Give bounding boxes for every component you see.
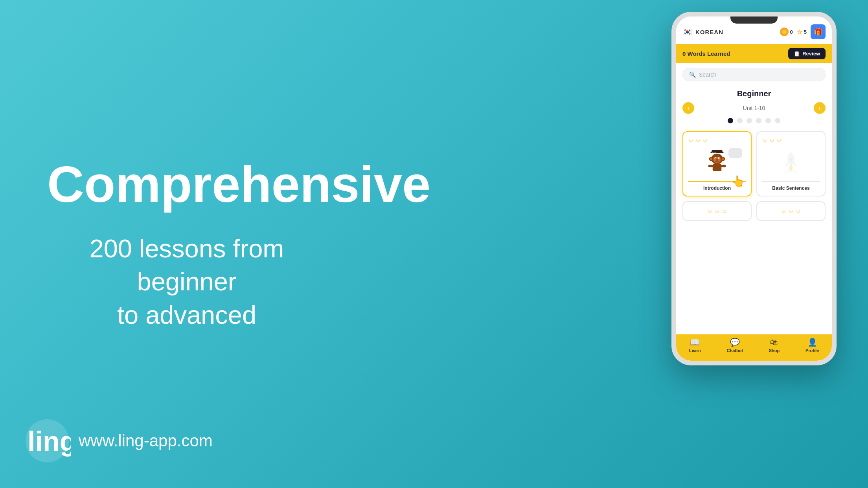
phone-notch <box>730 17 778 24</box>
bs4: ☺ <box>781 208 787 214</box>
profile-label: Profile <box>805 348 819 353</box>
words-learned-text: 0 Words Learned <box>682 50 730 57</box>
progress-dot-5[interactable] <box>765 118 771 123</box>
subtitle-line3: to advanced <box>117 301 256 329</box>
phone-frame: 🇰🇷 KOREAN 🪙 0 ☆ 5 🎁 <box>671 12 837 365</box>
review-icon: 📋 <box>794 51 800 57</box>
subtitle-line2: beginner <box>137 267 237 296</box>
star1: ☺ <box>688 137 693 143</box>
subtitle: 200 lessons from beginner to advanced <box>47 232 326 332</box>
phone-wrapper: 🇰🇷 KOREAN 🪙 0 ☆ 5 🎁 <box>671 12 844 475</box>
card-illustration-2 <box>762 146 820 178</box>
svg-point-18 <box>722 158 724 160</box>
lesson-card-basic-sentences[interactable]: ☺ ☺ ☺ <box>756 131 826 196</box>
nav-item-shop[interactable]: 🛍 Shop <box>769 338 780 353</box>
gift-button[interactable]: 🎁 <box>811 24 826 39</box>
svg-point-21 <box>789 158 793 161</box>
star3-2: ☺ <box>776 137 782 143</box>
left-content: Comprehensive 200 lessons from beginner … <box>0 0 373 488</box>
ling-logo-svg: ling <box>24 417 71 464</box>
bs5: ☺ <box>788 208 794 214</box>
lesson-card-bottom-2[interactable]: ☺ ☺ ☺ <box>756 201 826 221</box>
cursor-hand-icon: 👆 <box>731 175 745 188</box>
coin-count: 0 <box>790 29 793 35</box>
prev-unit-button[interactable]: ‹ <box>682 102 694 114</box>
logo-section: ling www.ling-app.com <box>24 417 213 464</box>
svg-marker-23 <box>793 162 797 166</box>
bs6: ☺ <box>795 208 801 214</box>
learn-label: Learn <box>689 348 701 353</box>
star-icon: ☆ <box>797 28 802 36</box>
search-placeholder: Search <box>699 72 716 78</box>
progress-dot-6[interactable] <box>775 118 780 123</box>
svg-text:ling: ling <box>28 426 71 457</box>
lesson-cards-grid: ☺ ☺ ☺ LING <box>676 131 832 196</box>
lesson-card-introduction[interactable]: ☺ ☺ ☺ LING <box>682 131 752 196</box>
bs1: ☺ <box>707 208 713 214</box>
svg-point-16 <box>710 158 712 160</box>
level-title: Beginner <box>682 89 826 98</box>
card-progress-bar-2 <box>762 181 820 182</box>
shop-icon: 🛍 <box>770 338 778 347</box>
coin-badge: 🪙 0 <box>780 28 793 36</box>
progress-dot-3[interactable] <box>747 118 752 123</box>
search-container: 🔍 Search <box>676 63 832 86</box>
star1-2: ☺ <box>762 137 767 143</box>
bottom-cards-row: ☺ ☺ ☺ ☺ ☺ ☺ <box>676 201 832 221</box>
bottom-nav: 📖 Learn 💬 Chatbot 🛍 Shop 👤 Profile <box>676 334 832 361</box>
svg-point-11 <box>716 159 718 161</box>
app-content: 🇰🇷 KOREAN 🪙 0 ☆ 5 🎁 <box>676 17 832 361</box>
progress-dot-1[interactable] <box>728 118 733 123</box>
search-icon: 🔍 <box>689 72 696 78</box>
speech-bubble: ··· <box>728 148 742 158</box>
card-illustration-1: LING <box>688 146 746 178</box>
svg-rect-14 <box>721 165 726 167</box>
bs3: ☺ <box>721 208 727 214</box>
level-section: Beginner ‹ Unit 1-10 › <box>676 86 832 131</box>
star-badge: ☆ 5 <box>797 28 807 36</box>
website-text: www.ling-app.com <box>79 431 213 450</box>
card-label-basic-sentences: Basic Sentences <box>762 185 820 191</box>
progress-dot-2[interactable] <box>737 118 743 123</box>
subtitle-line1: 200 lessons from <box>90 234 284 263</box>
header-icons: 🪙 0 ☆ 5 🎁 <box>780 24 826 39</box>
review-button[interactable]: 📋 Review <box>788 48 826 59</box>
main-title: Comprehensive <box>47 156 326 213</box>
unit-label: Unit 1-10 <box>743 105 765 111</box>
lesson-card-bottom-1[interactable]: ☺ ☺ ☺ <box>682 201 752 221</box>
chatbot-icon: 💬 <box>730 338 740 347</box>
star3: ☺ <box>702 137 708 143</box>
star-count: 5 <box>804 29 807 35</box>
rocket-character <box>781 150 801 174</box>
svg-marker-22 <box>785 162 789 166</box>
coin-icon: 🪙 <box>780 28 789 36</box>
profile-icon: 👤 <box>807 338 817 347</box>
svg-rect-13 <box>708 165 713 167</box>
bottom-card-stars-2: ☺ ☺ ☺ <box>781 208 801 214</box>
chatbot-label: Chatbot <box>727 348 743 353</box>
flag-icon: 🇰🇷 <box>682 27 692 37</box>
unit-nav: ‹ Unit 1-10 › <box>682 102 826 114</box>
nav-item-profile[interactable]: 👤 Profile <box>805 338 819 353</box>
nav-item-learn[interactable]: 📖 Learn <box>689 338 701 353</box>
star2-2: ☺ <box>769 137 774 143</box>
svg-point-10 <box>719 158 719 159</box>
monkey-character: LING <box>705 148 729 176</box>
language-name: KOREAN <box>695 29 723 35</box>
bs2: ☺ <box>714 208 720 214</box>
svg-point-24 <box>789 165 793 171</box>
gift-icon: 🎁 <box>814 28 822 36</box>
card-stars-2: ☺ ☺ ☺ <box>762 137 820 143</box>
svg-rect-12 <box>713 164 722 171</box>
svg-point-9 <box>715 158 716 159</box>
progress-dot-4[interactable] <box>756 118 761 123</box>
next-unit-button[interactable]: › <box>814 102 826 114</box>
search-bar[interactable]: 🔍 Search <box>682 68 826 81</box>
shop-label: Shop <box>769 348 780 353</box>
words-banner: 0 Words Learned 📋 Review <box>676 44 832 63</box>
nav-item-chatbot[interactable]: 💬 Chatbot <box>727 338 743 353</box>
bottom-card-stars-1: ☺ ☺ ☺ <box>707 208 727 214</box>
progress-dots <box>682 118 826 123</box>
learn-icon: 📖 <box>690 338 700 347</box>
star2: ☺ <box>695 137 701 143</box>
